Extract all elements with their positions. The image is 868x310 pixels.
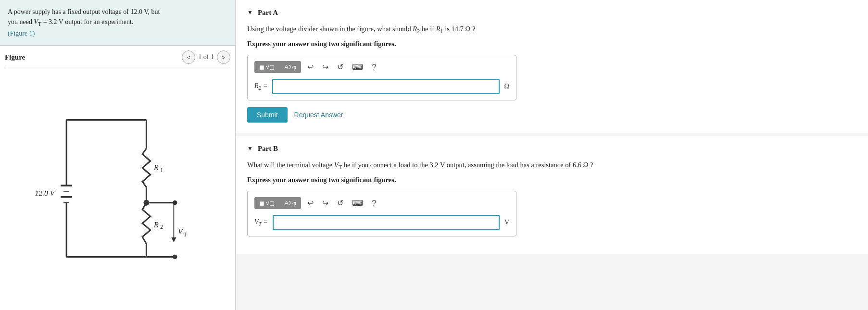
part-b-question: What will the terminal voltage VT be if … bbox=[247, 160, 856, 172]
help-icon: ? bbox=[372, 63, 376, 72]
part-b-section: ▼ Part B What will the terminal voltage … bbox=[236, 136, 868, 254]
part-b-toolbar: ◼ √◻ ΑΣφ ↩ ↪ ↺ ⌨ bbox=[254, 197, 509, 209]
figure-area: Figure < 1 of 1 > bbox=[0, 46, 235, 310]
part-a-header[interactable]: ▼ Part A bbox=[247, 9, 856, 17]
next-figure-button[interactable]: > bbox=[217, 50, 230, 64]
redo-icon: ↪ bbox=[322, 62, 328, 72]
part-b-sqrt-icon: ◼ bbox=[259, 199, 264, 207]
problem-line2: you need VT = 3.2 V output for an experi… bbox=[8, 18, 133, 25]
symbols-label: ΑΣφ bbox=[284, 63, 296, 71]
toolbar-sqrt-button[interactable]: ◼ √◻ bbox=[254, 61, 279, 73]
part-b-undo-icon: ↩ bbox=[307, 198, 314, 208]
part-b-redo-icon: ↪ bbox=[322, 198, 328, 208]
svg-text:V: V bbox=[177, 227, 183, 236]
part-b-toolbar-sqrt-button[interactable]: ◼ √◻ bbox=[254, 197, 279, 209]
part-a-section: ▼ Part A Using the voltage divider shown… bbox=[236, 0, 868, 133]
figure-nav: < 1 of 1 > bbox=[182, 50, 230, 64]
problem-line1: A power supply has a fixed output voltag… bbox=[8, 8, 160, 15]
part-a-collapse-arrow: ▼ bbox=[247, 9, 253, 16]
right-panel: ▼ Part A Using the voltage divider shown… bbox=[236, 0, 868, 310]
refresh-icon: ↺ bbox=[337, 62, 343, 72]
toolbar-refresh-button[interactable]: ↺ bbox=[335, 62, 346, 73]
toolbar-undo-button[interactable]: ↩ bbox=[305, 62, 316, 73]
part-b-collapse-arrow: ▼ bbox=[247, 145, 253, 152]
part-b-toolbar-help-button[interactable]: ? bbox=[369, 198, 378, 209]
part-b-toolbar-math-group: ◼ √◻ ΑΣφ bbox=[254, 197, 301, 209]
part-a-question: Using the voltage divider shown in the f… bbox=[247, 24, 856, 36]
figure-link[interactable]: (Figure 1) bbox=[8, 30, 35, 37]
part-a-input-label: R2 = bbox=[254, 82, 267, 91]
part-a-request-answer-button[interactable]: Request Answer bbox=[294, 111, 343, 119]
part-b-input-label: VT = bbox=[254, 218, 268, 227]
part-b-answer-box: ◼ √◻ ΑΣφ ↩ ↪ ↺ ⌨ bbox=[247, 191, 516, 236]
svg-point-15 bbox=[173, 254, 177, 259]
part-b-header[interactable]: ▼ Part B bbox=[247, 145, 856, 153]
svg-text:1: 1 bbox=[160, 166, 163, 173]
part-b-keyboard-icon: ⌨ bbox=[352, 198, 363, 208]
sqrt-label: √◻ bbox=[266, 63, 275, 71]
part-b-input-row: VT = V bbox=[254, 215, 509, 230]
part-a-answer-box: ◼ √◻ ΑΣφ ↩ ↪ ↺ ⌨ bbox=[247, 55, 516, 100]
part-b-label: Part B bbox=[258, 145, 278, 153]
toolbar-keyboard-button[interactable]: ⌨ bbox=[350, 62, 365, 73]
part-a-submit-button[interactable]: Submit bbox=[247, 107, 288, 123]
part-b-help-icon: ? bbox=[372, 199, 376, 208]
part-b-toolbar-redo-button[interactable]: ↪ bbox=[320, 198, 331, 209]
part-a-toolbar: ◼ √◻ ΑΣφ ↩ ↪ ↺ ⌨ bbox=[254, 61, 509, 73]
toolbar-redo-button[interactable]: ↪ bbox=[320, 62, 331, 73]
part-a-input-row: R2 = Ω bbox=[254, 79, 509, 94]
svg-point-14 bbox=[173, 200, 177, 205]
part-b-sqrt-label: √◻ bbox=[266, 199, 275, 207]
svg-text:2: 2 bbox=[160, 223, 163, 230]
part-a-answer-input[interactable] bbox=[272, 79, 499, 94]
svg-text:R: R bbox=[153, 163, 158, 172]
toolbar-help-button[interactable]: ? bbox=[369, 62, 378, 73]
part-b-unit: V bbox=[504, 219, 509, 226]
left-panel: A power supply has a fixed output voltag… bbox=[0, 0, 236, 310]
toolbar-math-group: ◼ √◻ ΑΣφ bbox=[254, 61, 301, 73]
part-b-toolbar-undo-button[interactable]: ↩ bbox=[305, 198, 316, 209]
part-a-label: Part A bbox=[258, 9, 278, 17]
part-b-symbols-label: ΑΣφ bbox=[284, 199, 296, 207]
sqrt-icon: ◼ bbox=[259, 63, 264, 71]
part-b-toolbar-refresh-button[interactable]: ↺ bbox=[335, 198, 346, 209]
svg-text:12.0 V: 12.0 V bbox=[35, 189, 55, 197]
part-b-toolbar-keyboard-button[interactable]: ⌨ bbox=[350, 198, 365, 209]
figure-count: 1 of 1 bbox=[198, 53, 214, 61]
part-b-instruction: Express your answer using two significan… bbox=[247, 176, 856, 184]
circuit-diagram: 12.0 V R 1 R 2 V T bbox=[5, 71, 230, 305]
prev-figure-button[interactable]: < bbox=[182, 50, 195, 64]
toolbar-symbols-button[interactable]: ΑΣφ bbox=[279, 61, 301, 73]
part-a-unit: Ω bbox=[504, 83, 509, 90]
part-b-refresh-icon: ↺ bbox=[337, 198, 343, 208]
keyboard-icon: ⌨ bbox=[352, 62, 363, 72]
circuit-svg: 12.0 V R 1 R 2 V T bbox=[26, 97, 209, 280]
part-b-toolbar-symbols-button[interactable]: ΑΣφ bbox=[279, 197, 301, 209]
problem-text-box: A power supply has a fixed output voltag… bbox=[0, 0, 235, 46]
svg-text:T: T bbox=[183, 231, 187, 237]
figure-header: Figure < 1 of 1 > bbox=[5, 46, 230, 67]
svg-text:R: R bbox=[153, 220, 158, 229]
figure-title: Figure bbox=[5, 53, 25, 62]
part-a-instruction: Express your answer using two significan… bbox=[247, 40, 856, 48]
part-a-button-row: Submit Request Answer bbox=[247, 107, 856, 123]
part-b-answer-input[interactable] bbox=[273, 215, 500, 230]
undo-icon: ↩ bbox=[307, 62, 314, 72]
